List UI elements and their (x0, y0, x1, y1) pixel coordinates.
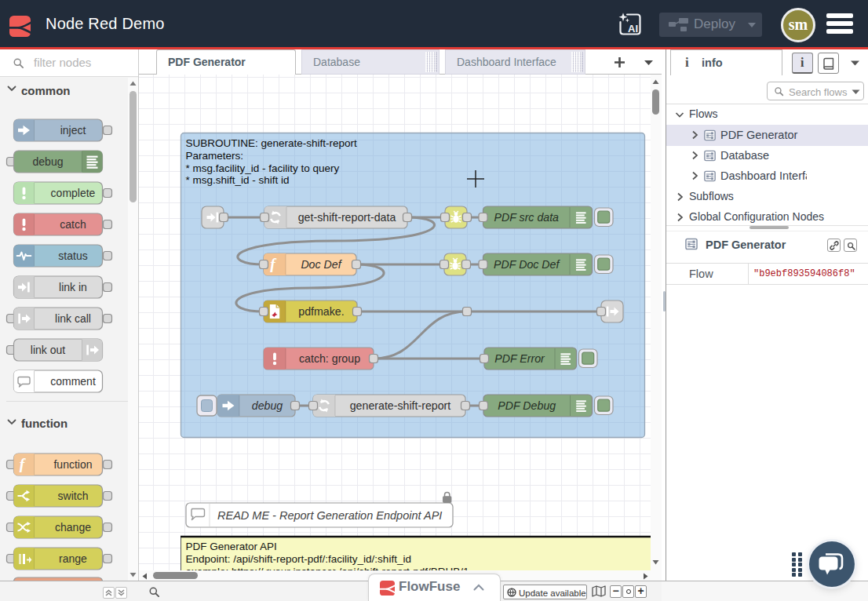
svg-text:status: status (58, 250, 87, 262)
svg-text:PDF src data: PDF src data (494, 211, 559, 224)
svg-text:* msg.shift_id - shift id: * msg.shift_id - shift id (186, 174, 290, 186)
svg-text:PDF Doc Def: PDF Doc Def (494, 258, 560, 271)
svg-text:get-shift-report-data: get-shift-report-data (298, 211, 396, 224)
svg-text:change: change (55, 521, 91, 534)
svg-text:link out: link out (31, 344, 65, 356)
svg-text:* msg.facility_id - facility t: * msg.facility_id - facility to query (186, 162, 340, 174)
svg-text:debug: debug (252, 399, 283, 412)
svg-text:SUBROUTINE: generate-shift-rep: SUBROUTINE: generate-shift-report (186, 137, 358, 149)
svg-text:Parameters:: Parameters: (186, 150, 244, 162)
svg-text:inject: inject (60, 124, 86, 137)
svg-text:Endpoint: /api/shift-report-pd: Endpoint: /api/shift-report-pdf/:facilit… (186, 553, 411, 565)
svg-text:pdfmake.: pdfmake. (298, 305, 344, 318)
svg-text:range: range (59, 552, 87, 565)
svg-text:complete: complete (51, 187, 96, 199)
svg-text:link call: link call (55, 312, 91, 325)
svg-text:AI: AI (628, 23, 638, 35)
svg-text:generate-shift-report: generate-shift-report (350, 399, 451, 412)
svg-text:PDF Debug: PDF Debug (498, 399, 556, 412)
svg-text:Doc Def: Doc Def (301, 258, 342, 271)
svg-text:PDF Error: PDF Error (494, 352, 545, 365)
svg-text:READ ME - Report Generation En: READ ME - Report Generation Endpoint API (217, 509, 442, 522)
svg-text:catch: catch (60, 218, 86, 231)
svg-text:comment: comment (50, 375, 96, 388)
svg-text:function: function (53, 458, 92, 471)
svg-text:link in: link in (59, 281, 87, 293)
svg-text:PDF Generator API: PDF Generator API (186, 541, 277, 552)
svg-text:switch: switch (58, 490, 89, 502)
svg-text:catch: group: catch: group (299, 352, 360, 365)
svg-text:debug: debug (33, 155, 64, 168)
